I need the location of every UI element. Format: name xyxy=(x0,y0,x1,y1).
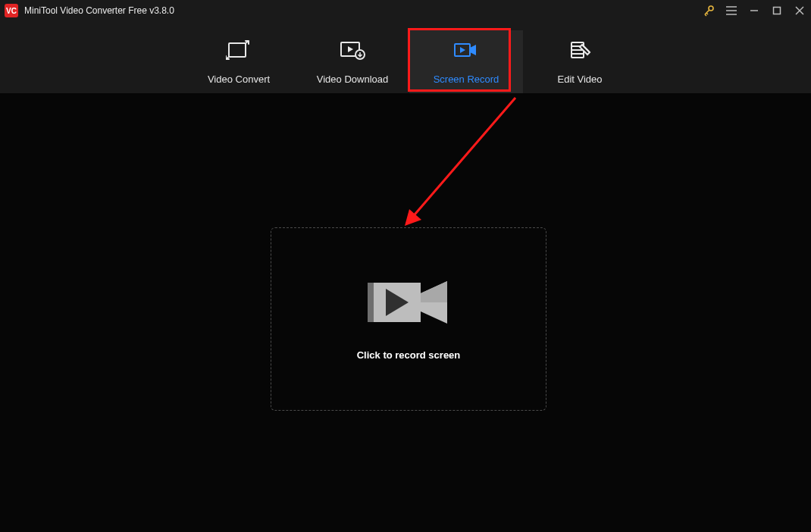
tab-label: Edit Video xyxy=(557,74,602,85)
tab-label: Video Convert xyxy=(208,74,270,85)
tab-strip: Video Convert Video Download xyxy=(0,21,811,93)
tab-label: Video Download xyxy=(317,74,388,85)
tab-screen-record[interactable]: Screen Record xyxy=(409,30,523,93)
key-icon[interactable] xyxy=(697,0,720,21)
svg-rect-8 xyxy=(229,43,246,57)
video-download-icon xyxy=(340,39,365,61)
maximize-icon[interactable] xyxy=(766,0,788,21)
svg-line-18 xyxy=(411,98,515,219)
window-title: MiniTool Video Converter Free v3.8.0 xyxy=(24,5,174,16)
window-controls xyxy=(697,0,811,21)
minimize-icon[interactable] xyxy=(743,0,766,21)
record-dropzone[interactable]: Click to record screen xyxy=(271,227,546,411)
edit-video-icon xyxy=(568,39,591,61)
svg-marker-23 xyxy=(421,281,447,302)
record-caption: Click to record screen xyxy=(357,349,461,361)
tab-video-download[interactable]: Video Download xyxy=(296,30,409,93)
tab-video-convert[interactable]: Video Convert xyxy=(182,30,296,93)
tab-edit-video[interactable]: Edit Video xyxy=(523,30,637,93)
close-icon[interactable] xyxy=(788,0,811,21)
title-bar: VC MiniTool Video Converter Free v3.8.0 xyxy=(0,0,811,21)
video-convert-icon xyxy=(226,39,252,61)
svg-marker-19 xyxy=(405,209,421,226)
app-window: VC MiniTool Video Converter Free v3.8.0 xyxy=(0,0,811,532)
menu-icon[interactable] xyxy=(720,0,743,21)
highlight-box xyxy=(408,28,511,92)
content-area: Click to record screen xyxy=(0,93,811,532)
app-logo-icon: VC xyxy=(5,4,18,17)
svg-marker-10 xyxy=(348,46,353,52)
svg-rect-5 xyxy=(774,8,781,14)
camcorder-icon xyxy=(368,278,449,327)
annotation-arrow-icon xyxy=(402,94,523,230)
